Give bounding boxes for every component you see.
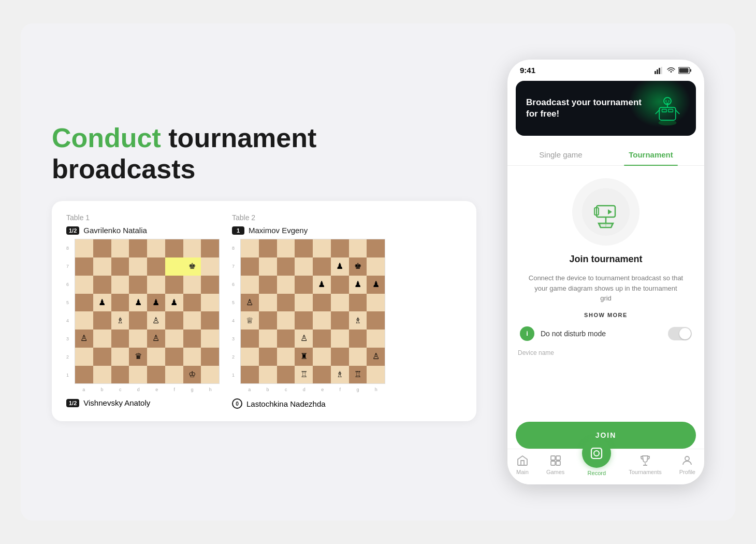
- nav-profile-label: Profile: [679, 469, 695, 475]
- nav-games-label: Games: [546, 469, 564, 475]
- headline: Conduct tournamentbroadcasts: [52, 123, 476, 185]
- nav-tournaments[interactable]: Tournaments: [629, 454, 662, 475]
- table2-player1-row: 1 Maximov Evgeny: [232, 226, 385, 235]
- cell-7-2: [111, 366, 129, 384]
- cell-6-2: [277, 348, 295, 366]
- svg-point-31: [594, 451, 599, 456]
- svg-point-14: [668, 101, 670, 102]
- cell-4-7: [201, 311, 219, 330]
- cell-7-7: [367, 366, 385, 384]
- cell-2-0: [75, 276, 93, 294]
- cell-5-0: ♙: [75, 330, 93, 348]
- cell-2-7: [201, 276, 219, 294]
- cell-3-0: ♙: [241, 294, 259, 312]
- cell-2-5: [331, 276, 349, 294]
- cell-3-7: [201, 294, 219, 312]
- chess-piece: ♕: [246, 317, 253, 325]
- cell-2-7: ♟: [367, 276, 385, 294]
- chess-piece: ♜: [300, 352, 308, 361]
- chess-piece: ♟: [152, 298, 159, 307]
- cell-4-0: ♕: [241, 311, 259, 330]
- cell-4-5: [331, 311, 349, 330]
- nav-tournaments-label: Tournaments: [629, 469, 662, 475]
- chess-piece: ♖: [300, 370, 308, 379]
- cell-1-4: [147, 257, 165, 276]
- svg-point-32: [685, 456, 689, 461]
- chess-board1-wrapper: 87654321 ♚♟♟♟♟♗♙♙♙♛♔ abcdefgh: [66, 239, 220, 392]
- nav-main-label: Main: [516, 469, 529, 475]
- cell-5-5: [331, 330, 349, 348]
- cell-7-4: [147, 366, 165, 384]
- toggle-label: Do not disturb mode: [541, 330, 662, 338]
- cell-7-3: ♖: [295, 366, 313, 384]
- record-button[interactable]: [582, 439, 611, 468]
- cell-5-3: ♙: [295, 330, 313, 348]
- cell-6-0: [75, 348, 93, 366]
- svg-line-15: [656, 110, 659, 114]
- chess-piece: ♗: [336, 370, 343, 379]
- cell-6-3: ♜: [295, 348, 313, 366]
- banner-robot-icon: [649, 90, 686, 126]
- join-tournament-title: Join tournament: [569, 254, 642, 265]
- cell-6-3: ♛: [129, 348, 147, 366]
- svg-rect-1: [657, 69, 658, 74]
- bottom-nav: Main Games: [507, 449, 704, 484]
- cell-1-1: [259, 257, 277, 276]
- wifi-icon: [667, 67, 675, 74]
- cell-3-4: [313, 294, 331, 312]
- nav-record-label: Record: [588, 470, 606, 476]
- cell-4-7: [367, 311, 385, 330]
- right-section: 9:41: [497, 60, 715, 484]
- nav-main[interactable]: Main: [516, 454, 529, 475]
- nav-games[interactable]: Games: [546, 454, 564, 475]
- do-not-disturb-toggle[interactable]: [668, 327, 692, 340]
- show-more-button[interactable]: SHOW MORE: [584, 312, 628, 318]
- chess-piece: ♗: [354, 317, 361, 325]
- signal-icon: [655, 67, 664, 74]
- cell-6-4: [147, 348, 165, 366]
- svg-rect-28: [551, 461, 555, 465]
- cell-2-6: [183, 276, 201, 294]
- cell-2-2: [277, 276, 295, 294]
- cell-2-3: [295, 276, 313, 294]
- svg-point-13: [665, 101, 667, 102]
- cell-3-3: ♟: [129, 294, 147, 312]
- cell-5-2: [277, 330, 295, 348]
- svg-rect-3: [661, 67, 662, 74]
- cell-3-0: [75, 294, 93, 312]
- cell-5-6: [183, 330, 201, 348]
- cell-2-4: ♟: [313, 276, 331, 294]
- cell-7-4: [313, 366, 331, 384]
- tab-tournament[interactable]: Tournament: [606, 144, 696, 165]
- cell-2-4: [147, 276, 165, 294]
- chess-piece: ♟: [135, 298, 142, 307]
- promo-banner[interactable]: Broadcast your tournamentfor free!: [516, 81, 696, 136]
- cell-6-7: ♙: [367, 348, 385, 366]
- chess-piece: ♙: [246, 298, 253, 307]
- cell-3-3: [295, 294, 313, 312]
- svg-rect-9: [662, 109, 667, 112]
- status-time: 9:41: [520, 66, 535, 75]
- phone: 9:41: [507, 60, 704, 484]
- trophy-icon: [639, 454, 651, 467]
- profile-icon: [681, 454, 693, 467]
- nav-profile[interactable]: Profile: [679, 454, 695, 475]
- cell-0-3: [129, 239, 147, 257]
- record-icon: [589, 446, 604, 461]
- cell-5-3: [129, 330, 147, 348]
- nav-record[interactable]: Record: [582, 453, 611, 476]
- left-section: Conduct tournamentbroadcasts Table 1 1/2…: [21, 102, 497, 442]
- svg-rect-26: [551, 456, 555, 460]
- cell-7-2: [277, 366, 295, 384]
- cell-6-1: [93, 348, 111, 366]
- table1-player1-badge: 1/2: [66, 226, 79, 235]
- cell-0-5: [331, 239, 349, 257]
- cell-7-5: [165, 366, 183, 384]
- svg-rect-2: [659, 68, 660, 74]
- cell-3-5: [331, 294, 349, 312]
- cell-7-7: [201, 366, 219, 384]
- table2-player2-name: Lastochkina Nadezhda: [246, 399, 326, 408]
- svg-rect-30: [591, 448, 602, 459]
- chess-board-2: ♟♚♟♟♟♙♕♗♙♜♙♖♗♖: [240, 239, 385, 384]
- tab-single-game[interactable]: Single game: [516, 144, 606, 165]
